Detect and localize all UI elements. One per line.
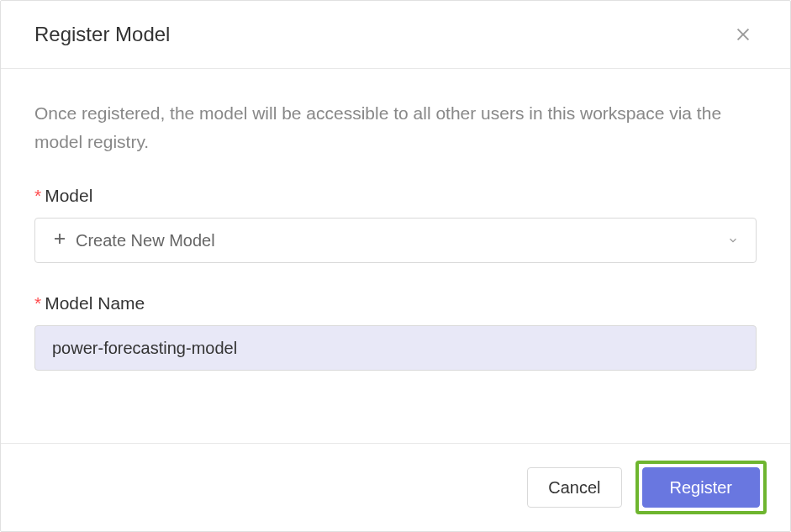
model-name-label-text: Model Name (45, 293, 145, 313)
required-asterisk-icon: * (34, 186, 41, 205)
close-button[interactable] (730, 21, 757, 48)
dialog-footer: Cancel Register (1, 443, 790, 531)
dialog-body: Once registered, the model will be acces… (1, 69, 790, 443)
model-field-label: *Model (34, 186, 757, 206)
model-name-input[interactable] (34, 325, 757, 371)
close-icon (734, 25, 752, 44)
dialog-title: Register Model (34, 23, 170, 46)
model-name-field-group: *Model Name (34, 293, 757, 371)
model-name-field-label: *Model Name (34, 293, 757, 313)
plus-icon (52, 231, 67, 250)
model-field-group: *Model Create New Model (34, 186, 757, 263)
required-asterisk-icon: * (34, 293, 41, 313)
model-select[interactable]: Create New Model (34, 218, 757, 263)
dialog-header: Register Model (1, 1, 790, 69)
model-select-text: Create New Model (76, 231, 215, 250)
register-button-highlight: Register (635, 461, 767, 514)
register-model-dialog: Register Model Once registered, the mode… (0, 0, 791, 532)
cancel-button[interactable]: Cancel (527, 467, 621, 508)
register-button[interactable]: Register (642, 467, 760, 508)
model-select-content: Create New Model (52, 231, 215, 250)
model-label-text: Model (45, 186, 92, 205)
dialog-description: Once registered, the model will be acces… (34, 99, 757, 155)
chevron-down-icon (727, 234, 739, 246)
